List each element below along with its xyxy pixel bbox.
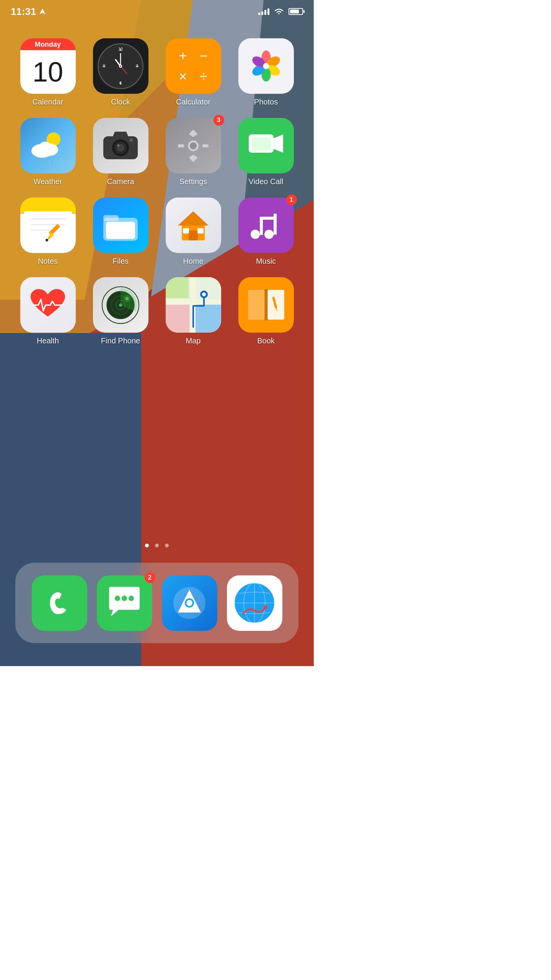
music-badge: 1 bbox=[286, 194, 297, 205]
dock-app-phone[interactable] bbox=[32, 575, 87, 631]
app-findphone[interactable]: Find Phone bbox=[88, 277, 153, 345]
svg-point-33 bbox=[117, 144, 119, 147]
app-music[interactable]: 1 Music bbox=[233, 198, 298, 266]
home-icon-bg bbox=[166, 198, 221, 253]
svg-rect-64 bbox=[189, 230, 198, 240]
svg-rect-65 bbox=[183, 228, 189, 234]
app-grid: Monday 10 Calendar 12 3 6 9 bbox=[0, 31, 314, 353]
svg-point-13 bbox=[120, 65, 121, 67]
phone-dock-icon bbox=[32, 575, 87, 631]
dock-app-store[interactable] bbox=[162, 575, 217, 631]
time-display: 11:31 bbox=[11, 6, 36, 18]
page-dots bbox=[0, 544, 314, 547]
app-clock[interactable]: 12 3 6 9 bbox=[88, 38, 153, 106]
svg-point-67 bbox=[251, 230, 260, 239]
camera-icon bbox=[93, 118, 148, 173]
svg-point-93 bbox=[115, 596, 120, 601]
svg-line-26 bbox=[41, 159, 43, 164]
health-icon-bg bbox=[20, 277, 76, 333]
files-icon bbox=[93, 198, 148, 253]
calendar-date: 10 bbox=[20, 50, 76, 94]
svg-rect-40 bbox=[202, 144, 209, 147]
signal-bars-icon bbox=[258, 8, 269, 15]
messages-dock-icon: 2 bbox=[97, 575, 152, 631]
book-label: Book bbox=[257, 336, 275, 345]
settings-label: Settings bbox=[179, 177, 207, 186]
findphone-label: Find Phone bbox=[101, 336, 140, 345]
weather-icon bbox=[20, 118, 76, 173]
app-camera[interactable]: Camera bbox=[88, 118, 153, 186]
svg-marker-0 bbox=[39, 8, 46, 15]
svg-point-86 bbox=[202, 292, 206, 296]
svg-point-95 bbox=[129, 596, 134, 601]
map-icon-bg bbox=[166, 277, 221, 333]
app-health[interactable]: Health bbox=[15, 277, 80, 345]
svg-rect-83 bbox=[196, 305, 221, 333]
svg-marker-46 bbox=[274, 134, 283, 153]
svg-rect-47 bbox=[251, 137, 271, 150]
svg-marker-63 bbox=[178, 211, 209, 225]
music-label: Music bbox=[256, 257, 276, 266]
svg-rect-82 bbox=[166, 277, 189, 298]
app-weather[interactable]: Weather bbox=[15, 118, 80, 186]
app-calculator[interactable]: + − × ÷ Calculator bbox=[161, 38, 226, 106]
page-dot-1[interactable] bbox=[145, 544, 149, 547]
svg-rect-84 bbox=[166, 305, 189, 333]
app-photos[interactable]: Photos bbox=[233, 38, 298, 106]
app-calendar[interactable]: Monday 10 Calendar bbox=[15, 38, 80, 106]
home-label: Home bbox=[183, 257, 203, 266]
svg-point-77 bbox=[125, 297, 129, 301]
svg-rect-71 bbox=[260, 217, 277, 220]
svg-text:3: 3 bbox=[136, 64, 138, 68]
app-files[interactable]: Files bbox=[88, 198, 153, 266]
svg-rect-60 bbox=[103, 215, 119, 221]
page-dot-3[interactable] bbox=[165, 544, 169, 547]
svg-point-36 bbox=[190, 142, 197, 149]
dock-app-browser[interactable] bbox=[227, 575, 282, 631]
calendar-icon: Monday 10 bbox=[20, 38, 76, 94]
findphone-icon bbox=[93, 277, 148, 333]
photos-label: Photos bbox=[254, 98, 278, 106]
clock-face: 12 3 6 9 bbox=[98, 43, 143, 89]
svg-point-94 bbox=[122, 596, 127, 601]
status-time: 11:31 bbox=[11, 6, 46, 18]
app-book[interactable]: Book bbox=[233, 277, 298, 345]
book-icon-bg bbox=[238, 277, 294, 333]
svg-rect-88 bbox=[248, 290, 265, 320]
app-videocall[interactable]: Video Call bbox=[233, 118, 298, 186]
map-label: Map bbox=[186, 336, 201, 345]
dock-app-messages[interactable]: 2 bbox=[97, 575, 152, 631]
calculator-label: Calculator bbox=[176, 98, 210, 106]
wifi-icon bbox=[274, 8, 284, 15]
svg-text:9: 9 bbox=[103, 64, 105, 68]
store-dock-icon bbox=[162, 575, 217, 631]
page-dot-2[interactable] bbox=[155, 544, 159, 547]
app-home[interactable]: Home bbox=[161, 198, 226, 266]
svg-point-76 bbox=[119, 304, 122, 307]
svg-point-69 bbox=[264, 230, 274, 239]
browser-dock-icon bbox=[227, 575, 282, 631]
status-right bbox=[258, 8, 303, 15]
videocall-label: Video Call bbox=[249, 177, 284, 186]
calculator-icon: + − × ÷ bbox=[166, 38, 221, 94]
svg-point-20 bbox=[263, 63, 269, 69]
app-map[interactable]: Map bbox=[161, 277, 226, 345]
music-icon-bg: 1 bbox=[238, 198, 294, 253]
settings-icon: 3 bbox=[166, 118, 221, 173]
svg-rect-90 bbox=[264, 289, 268, 320]
notes-label: Notes bbox=[38, 257, 58, 266]
svg-rect-66 bbox=[197, 228, 204, 234]
files-label: Files bbox=[112, 257, 129, 266]
calendar-day: Monday bbox=[20, 38, 76, 50]
svg-line-28 bbox=[52, 158, 54, 163]
svg-rect-49 bbox=[24, 204, 72, 211]
svg-point-24 bbox=[39, 142, 51, 152]
app-notes[interactable]: Notes bbox=[15, 198, 80, 266]
svg-point-34 bbox=[129, 138, 133, 142]
clock-label: Clock bbox=[111, 98, 130, 106]
location-arrow-icon bbox=[39, 8, 46, 15]
app-settings[interactable]: 3 Settings bbox=[161, 118, 226, 186]
clock-icon: 12 3 6 9 bbox=[93, 38, 148, 94]
weather-label: Weather bbox=[33, 177, 62, 186]
svg-rect-39 bbox=[178, 144, 184, 147]
